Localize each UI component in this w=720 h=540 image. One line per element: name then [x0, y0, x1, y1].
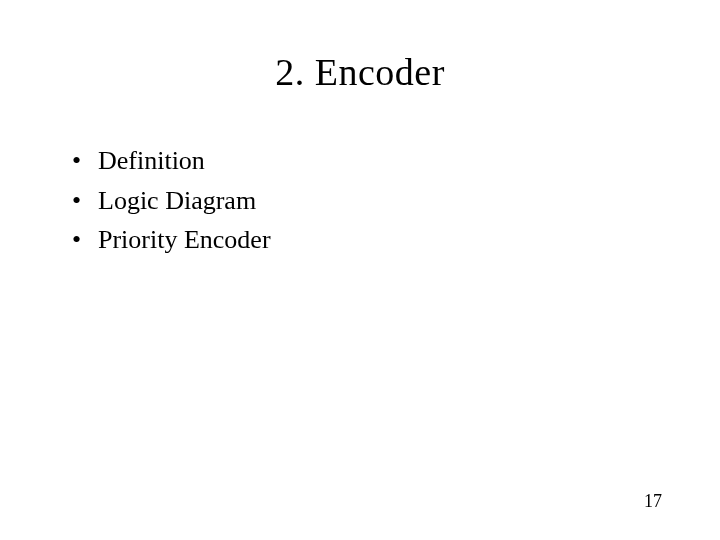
bullet-list: Definition Logic Diagram Priority Encode…	[70, 142, 650, 259]
slide-title: 2. Encoder	[70, 50, 650, 94]
bullet-item: Priority Encoder	[70, 221, 650, 259]
page-number: 17	[644, 491, 662, 512]
bullet-item: Definition	[70, 142, 650, 180]
bullet-item: Logic Diagram	[70, 182, 650, 220]
slide: 2. Encoder Definition Logic Diagram Prio…	[0, 0, 720, 540]
